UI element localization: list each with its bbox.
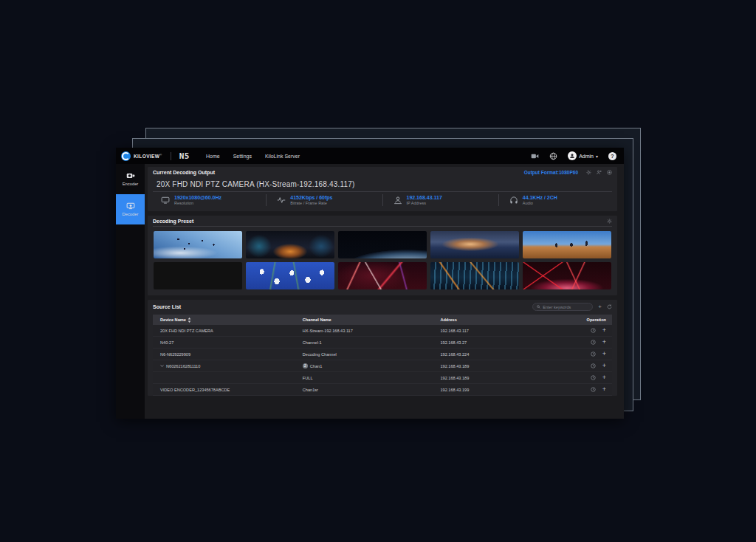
chevron-down-icon: ▾ — [596, 154, 598, 159]
operation-cell: + — [543, 351, 612, 357]
encoder-icon — [126, 172, 135, 179]
source-table: Device Name Channel Name Address Operati… — [153, 315, 612, 396]
output-stats-row: 1920x1080@60.0Hz Resolution 4152Kbps / 6… — [148, 192, 617, 211]
add-to-preset-icon[interactable]: + — [602, 339, 606, 346]
add-source-button[interactable]: + — [598, 304, 602, 310]
sidebar-item-label: Encoder — [123, 182, 139, 186]
top-bar-right: Admin ▾ ? — [531, 151, 616, 160]
add-circle-icon[interactable] — [607, 170, 612, 175]
output-format-value[interactable]: Output Format:1080P60 — [524, 170, 578, 175]
preset-thumbnail-ocean-sunset[interactable] — [430, 231, 519, 258]
waveform-icon — [277, 196, 286, 205]
language-globe-icon[interactable] — [549, 152, 557, 160]
preset-thumbnail-earth-from-space[interactable] — [338, 231, 427, 258]
table-row: N60262162811110 2 Chan1 192.168.43.189 + — [153, 360, 612, 372]
monitor-icon — [161, 196, 170, 205]
device-name-cell: N6-N629229909 — [153, 352, 295, 357]
column-header-operation: Operation — [543, 318, 612, 322]
column-header-device-name[interactable]: Device Name — [153, 318, 295, 323]
sidebar-item-label: Decoder — [123, 212, 139, 216]
help-icon[interactable]: ? — [608, 152, 616, 160]
preset-thumbnail-desert-runners[interactable] — [523, 231, 611, 258]
user-name: Admin — [579, 154, 594, 159]
registered-mark: ® — [159, 153, 162, 157]
stat-resolution: 1920x1080@60.0Hz Resolution — [151, 195, 266, 206]
brand-name: KILOVIEW® — [134, 153, 162, 159]
channel-count-badge: 2 — [303, 363, 308, 368]
table-row: 20X FHD NDI PTZ CAMERA HX-Stream-192.168… — [153, 325, 612, 337]
operation-cell: + — [543, 339, 612, 346]
section-title: Current Decoding Output — [153, 170, 215, 175]
sidebar: Encoder Decoder — [116, 164, 145, 419]
user-icon — [569, 153, 575, 159]
top-bar: KILOVIEW® N5 Home Settings KiloLink Serv… — [116, 148, 624, 164]
history-clock-icon[interactable] — [591, 375, 596, 380]
nav-item-settings[interactable]: Settings — [233, 154, 252, 159]
table-row: VIDEO ENCODER_12345678ABCDE Chan1sr 192.… — [153, 384, 612, 396]
table-row: N40-27 Channel-1 192.168.43.27 + — [153, 337, 612, 349]
add-to-preset-icon[interactable]: + — [602, 374, 606, 381]
stat-audio: 44.1KHz / 2CH Audio — [499, 195, 614, 206]
sort-icon[interactable] — [188, 318, 191, 323]
preset-thumbnail-grid — [148, 227, 617, 295]
history-clock-icon[interactable] — [591, 340, 596, 345]
gear-icon[interactable] — [607, 219, 612, 224]
main-content: Current Decoding Output Output Format:10… — [145, 164, 624, 419]
channel-name-cell: 2 Chan1 — [295, 363, 433, 368]
channel-name-cell: Channel-1 — [295, 340, 433, 345]
preset-thumbnail-city-light-streaks[interactable] — [430, 262, 519, 289]
source-list-header: Source List + — [148, 300, 617, 313]
stat-ip-address: 192.168.43.117 IP Address — [383, 195, 498, 206]
address-cell: 192.168.43.199 — [433, 388, 543, 392]
product-logo-n5: N5 — [179, 151, 190, 161]
nav-item-kilolink-server[interactable]: KiloLink Server — [265, 154, 300, 159]
table-row: N6-N629229909 Decoding Channel 192.168.4… — [153, 349, 612, 360]
current-source-title: 20X FHD NDI PTZ CAMERA (HX-Stream-192.16… — [148, 177, 617, 191]
output-header-actions: Output Format:1080P60 — [524, 170, 612, 175]
address-cell: 192.168.43.189 — [433, 364, 543, 368]
main-nav: Home Settings KiloLink Server — [206, 154, 300, 159]
search-icon — [537, 305, 540, 309]
kiloview-logo-icon — [121, 151, 131, 161]
stat-value: 44.1KHz / 2CH — [523, 195, 557, 200]
sidebar-item-decoder[interactable]: Decoder — [116, 194, 145, 224]
table-header-row: Device Name Channel Name Address Operati… — [153, 315, 612, 325]
channel-name-cell: HX-Stream-192.168.43.117 — [295, 329, 433, 333]
current-output-header: Current Decoding Output Output Format:10… — [148, 167, 617, 177]
preset-thumbnail-lily-flowers[interactable] — [246, 262, 334, 289]
history-clock-icon[interactable] — [591, 363, 596, 368]
history-clock-icon[interactable] — [591, 387, 596, 392]
preset-thumbnail-earth-satellite[interactable] — [154, 262, 242, 289]
preset-thumbnail-tv-studio[interactable] — [246, 231, 334, 258]
device-name-cell: 20X FHD NDI PTZ CAMERA — [153, 329, 295, 333]
column-header-channel-name: Channel Name — [295, 318, 433, 322]
preset-thumbnail-red-light-streaks[interactable] — [338, 262, 427, 289]
nav-item-home[interactable]: Home — [206, 154, 220, 159]
ip-icon — [394, 196, 402, 205]
search-input[interactable] — [543, 305, 588, 309]
share-user-icon[interactable] — [597, 170, 602, 175]
history-clock-icon[interactable] — [591, 351, 596, 357]
add-to-preset-icon[interactable]: + — [602, 363, 606, 369]
preset-thumbnail-laser-concert[interactable] — [523, 262, 611, 289]
headphones-icon — [509, 196, 518, 205]
expand-caret-icon[interactable] — [160, 364, 164, 368]
brand: KILOVIEW® N5 — [121, 151, 190, 161]
sidebar-item-encoder[interactable]: Encoder — [116, 164, 145, 194]
preset-thumbnail-skydivers[interactable] — [154, 231, 242, 258]
add-to-preset-icon[interactable]: + — [602, 386, 606, 393]
add-to-preset-icon[interactable]: + — [602, 327, 606, 334]
search-box[interactable] — [532, 303, 593, 311]
stat-label: Resolution — [174, 201, 221, 205]
current-decoding-output-panel: Current Decoding Output Output Format:10… — [148, 167, 617, 211]
gear-icon[interactable] — [586, 170, 591, 175]
video-camera-icon[interactable] — [531, 152, 539, 160]
decoding-preset-header: Decoding Preset — [148, 216, 617, 226]
history-clock-icon[interactable] — [591, 328, 596, 333]
add-to-preset-icon[interactable]: + — [602, 351, 606, 357]
refresh-icon[interactable] — [607, 304, 612, 309]
channel-name-cell: Chan1sr — [295, 388, 433, 392]
device-name-cell: N40-27 — [153, 340, 295, 345]
user-menu[interactable]: Admin ▾ — [568, 151, 598, 160]
operation-cell: + — [543, 327, 612, 334]
